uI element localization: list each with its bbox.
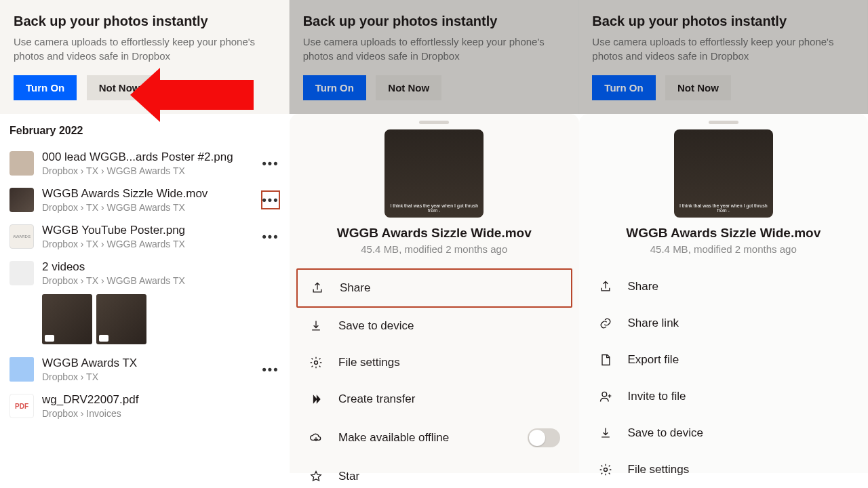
action-gear[interactable]: File settings	[296, 344, 572, 381]
file-preview[interactable]: I think that was the year when I got thr…	[674, 129, 773, 218]
transfer-icon	[309, 392, 323, 407]
list-item[interactable]: PDF wg_DRV22007.pdf Dropbox › Invoices	[3, 388, 287, 424]
file-thumbnail: AWARDS	[9, 224, 34, 249]
action-share[interactable]: Share	[296, 268, 572, 308]
file-thumbnail	[9, 151, 34, 176]
video-thumb[interactable]	[96, 294, 146, 344]
pdf-icon: PDF	[9, 394, 34, 418]
backup-banner-dimmed: Back up your photos instantly Use camera…	[578, 0, 868, 114]
banner-title: Back up your photos instantly	[14, 14, 275, 29]
list-item[interactable]: WGGB Awards Sizzle Wide.mov Dropbox › TX…	[3, 182, 287, 218]
invite-icon	[598, 389, 613, 404]
panel-meta: 45.4 MB, modified 2 months ago	[579, 243, 869, 255]
more-icon[interactable]: •••	[261, 227, 280, 246]
share-icon	[598, 279, 613, 294]
more-icon[interactable]: •••	[261, 360, 280, 379]
panel-title: WGGB Awards Sizzle Wide.mov	[579, 226, 869, 241]
cloud-icon	[309, 430, 323, 445]
download-icon	[309, 319, 323, 333]
list-item[interactable]: AWARDS WGGB YouTube Poster.png Dropbox ›…	[3, 218, 287, 255]
action-download[interactable]: Save to device	[296, 308, 572, 344]
offline-toggle[interactable]	[528, 428, 560, 447]
action-download[interactable]: Save to device	[586, 415, 862, 451]
backup-banner-dimmed: Back up your photos instantly Use camera…	[290, 0, 579, 114]
list-item[interactable]: 2 videos Dropbox › TX › WGGB Awards TX	[3, 255, 287, 291]
action-sheet-b: I think that was the year when I got thr…	[579, 114, 869, 473]
drag-handle[interactable]	[419, 121, 449, 124]
drag-handle[interactable]	[709, 121, 738, 124]
section-header: February 2022	[3, 121, 287, 145]
panel-title: WGGB Awards Sizzle Wide.mov	[290, 226, 579, 241]
list-item[interactable]: WGGB Awards TX Dropbox › TX •••	[3, 351, 287, 388]
star-icon	[309, 469, 323, 484]
link-icon	[598, 316, 613, 331]
more-icon-highlighted[interactable]: •••	[261, 190, 280, 209]
action-star[interactable]: Star	[296, 458, 572, 488]
action-link[interactable]: Share link	[586, 305, 862, 342]
video-thumb[interactable]	[42, 294, 92, 344]
file-list-panel: February 2022 000 lead WGGB...ards Poste…	[0, 114, 290, 473]
action-gear[interactable]: File settings	[586, 451, 862, 488]
annotation-arrow	[159, 80, 254, 110]
download-icon	[598, 426, 613, 441]
export-icon	[598, 352, 613, 367]
action-transfer[interactable]: Create transfer	[296, 381, 572, 418]
panel-meta: 45.4 MB, modified 2 months ago	[290, 243, 579, 255]
video-thumbnails	[3, 291, 287, 351]
file-preview[interactable]: I think that was the year when I got thr…	[384, 129, 484, 218]
banner-desc: Use camera uploads to effortlessly keep …	[14, 35, 275, 63]
action-invite[interactable]: Invite to file	[586, 378, 862, 415]
gear-icon	[598, 462, 613, 477]
action-sheet-a: I think that was the year when I got thr…	[290, 114, 579, 473]
action-share[interactable]: Share	[586, 268, 862, 305]
group-thumbnail	[9, 261, 34, 285]
turn-on-button[interactable]: Turn On	[14, 75, 77, 100]
folder-icon	[9, 357, 34, 382]
share-icon	[310, 281, 325, 296]
gear-icon	[309, 355, 323, 370]
action-export[interactable]: Export file	[586, 342, 862, 378]
file-thumbnail	[9, 188, 34, 212]
list-item[interactable]: 000 lead WGGB...ards Poster #2.png Dropb…	[3, 145, 287, 182]
more-icon[interactable]: •••	[261, 154, 280, 173]
action-cloud[interactable]: Make available offline	[296, 418, 572, 458]
